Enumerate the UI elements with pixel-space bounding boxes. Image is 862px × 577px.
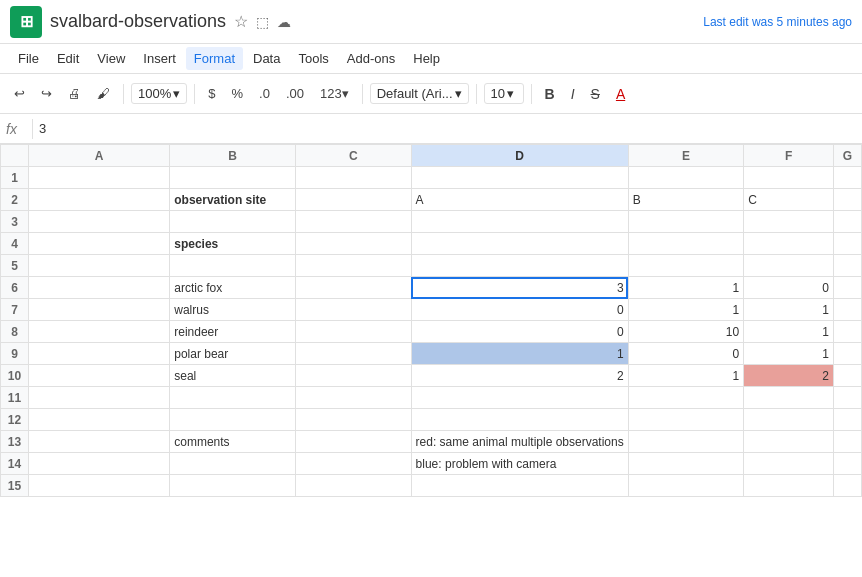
cell-15-F[interactable] — [744, 475, 834, 497]
menu-addons[interactable]: Add-ons — [339, 47, 403, 70]
cell-5-B[interactable] — [170, 255, 296, 277]
cell-13-D[interactable]: red: same animal multiple observations — [411, 431, 628, 453]
cell-6-B[interactable]: arctic fox — [170, 277, 296, 299]
cell-3-C[interactable] — [296, 211, 412, 233]
cell-5-C[interactable] — [296, 255, 412, 277]
cell-5-A[interactable] — [29, 255, 170, 277]
cell-7-F[interactable]: 1 — [744, 299, 834, 321]
zoom-selector[interactable]: 100% ▾ — [131, 83, 187, 104]
cell-6-F[interactable]: 0 — [744, 277, 834, 299]
cell-15-A[interactable] — [29, 475, 170, 497]
cell-13-E[interactable] — [628, 431, 744, 453]
italic-button[interactable]: I — [565, 82, 581, 106]
row-header-14[interactable]: 14 — [1, 453, 29, 475]
cell-4-F[interactable] — [744, 233, 834, 255]
cell-9-A[interactable] — [29, 343, 170, 365]
col-header-g[interactable]: G — [834, 145, 862, 167]
cell-1-C[interactable] — [296, 167, 412, 189]
cell-12-D[interactable] — [411, 409, 628, 431]
cell-14-F[interactable] — [744, 453, 834, 475]
cell-3-E[interactable] — [628, 211, 744, 233]
cell-5-G[interactable] — [834, 255, 862, 277]
cell-3-D[interactable] — [411, 211, 628, 233]
cell-11-D[interactable] — [411, 387, 628, 409]
grid-scroll[interactable]: A B C D E F G 12observation siteABC34spe… — [0, 144, 862, 577]
cell-13-B[interactable]: comments — [170, 431, 296, 453]
cell-1-A[interactable] — [29, 167, 170, 189]
font-size-selector[interactable]: 10 ▾ — [484, 83, 524, 104]
cell-13-G[interactable] — [834, 431, 862, 453]
cell-9-B[interactable]: polar bear — [170, 343, 296, 365]
cell-11-B[interactable] — [170, 387, 296, 409]
cell-5-E[interactable] — [628, 255, 744, 277]
cell-2-G[interactable] — [834, 189, 862, 211]
cell-3-B[interactable] — [170, 211, 296, 233]
bold-button[interactable]: B — [539, 82, 561, 106]
row-header-11[interactable]: 11 — [1, 387, 29, 409]
cell-2-A[interactable] — [29, 189, 170, 211]
cell-2-D[interactable]: A — [411, 189, 628, 211]
cell-12-F[interactable] — [744, 409, 834, 431]
cell-9-G[interactable] — [834, 343, 862, 365]
cell-6-C[interactable] — [296, 277, 412, 299]
menu-view[interactable]: View — [89, 47, 133, 70]
cell-11-G[interactable] — [834, 387, 862, 409]
row-header-7[interactable]: 7 — [1, 299, 29, 321]
font-selector[interactable]: Default (Ari... ▾ — [370, 83, 469, 104]
cell-6-D[interactable]: 3 — [411, 277, 628, 299]
last-edit-link[interactable]: Last edit was 5 minutes ago — [703, 15, 852, 29]
cell-15-G[interactable] — [834, 475, 862, 497]
cell-9-F[interactable]: 1 — [744, 343, 834, 365]
cell-10-C[interactable] — [296, 365, 412, 387]
cell-4-C[interactable] — [296, 233, 412, 255]
row-header-10[interactable]: 10 — [1, 365, 29, 387]
cell-2-F[interactable]: C — [744, 189, 834, 211]
cell-1-E[interactable] — [628, 167, 744, 189]
col-header-f[interactable]: F — [744, 145, 834, 167]
decimal-inc-button[interactable]: .00 — [280, 82, 310, 105]
cell-12-B[interactable] — [170, 409, 296, 431]
strikethrough-button[interactable]: S — [585, 82, 606, 106]
cell-3-A[interactable] — [29, 211, 170, 233]
cell-11-F[interactable] — [744, 387, 834, 409]
cell-14-A[interactable] — [29, 453, 170, 475]
cell-3-G[interactable] — [834, 211, 862, 233]
row-header-15[interactable]: 15 — [1, 475, 29, 497]
row-header-8[interactable]: 8 — [1, 321, 29, 343]
undo-button[interactable]: ↩ — [8, 82, 31, 105]
cell-9-E[interactable]: 0 — [628, 343, 744, 365]
row-header-5[interactable]: 5 — [1, 255, 29, 277]
cell-8-G[interactable] — [834, 321, 862, 343]
cell-15-C[interactable] — [296, 475, 412, 497]
cell-3-F[interactable] — [744, 211, 834, 233]
row-header-4[interactable]: 4 — [1, 233, 29, 255]
cell-4-B[interactable]: species — [170, 233, 296, 255]
menu-tools[interactable]: Tools — [290, 47, 336, 70]
cell-8-E[interactable]: 10 — [628, 321, 744, 343]
percent-button[interactable]: % — [225, 82, 249, 105]
cell-14-E[interactable] — [628, 453, 744, 475]
cell-14-C[interactable] — [296, 453, 412, 475]
cell-15-E[interactable] — [628, 475, 744, 497]
cell-15-B[interactable] — [170, 475, 296, 497]
col-header-b[interactable]: B — [170, 145, 296, 167]
cell-7-C[interactable] — [296, 299, 412, 321]
col-header-c[interactable]: C — [296, 145, 412, 167]
cell-10-A[interactable] — [29, 365, 170, 387]
cell-7-D[interactable]: 0 — [411, 299, 628, 321]
doc-title[interactable]: svalbard-observations — [50, 11, 226, 32]
cell-1-G[interactable] — [834, 167, 862, 189]
menu-help[interactable]: Help — [405, 47, 448, 70]
cell-13-F[interactable] — [744, 431, 834, 453]
cell-12-A[interactable] — [29, 409, 170, 431]
star-icon[interactable]: ☆ — [234, 12, 248, 31]
cell-13-A[interactable] — [29, 431, 170, 453]
row-header-13[interactable]: 13 — [1, 431, 29, 453]
cell-1-F[interactable] — [744, 167, 834, 189]
cell-14-D[interactable]: blue: problem with camera — [411, 453, 628, 475]
cell-12-G[interactable] — [834, 409, 862, 431]
cell-6-E[interactable]: 1 — [628, 277, 744, 299]
cell-9-D[interactable]: 1 — [411, 343, 628, 365]
row-header-2[interactable]: 2 — [1, 189, 29, 211]
decimal-dec-button[interactable]: .0 — [253, 82, 276, 105]
